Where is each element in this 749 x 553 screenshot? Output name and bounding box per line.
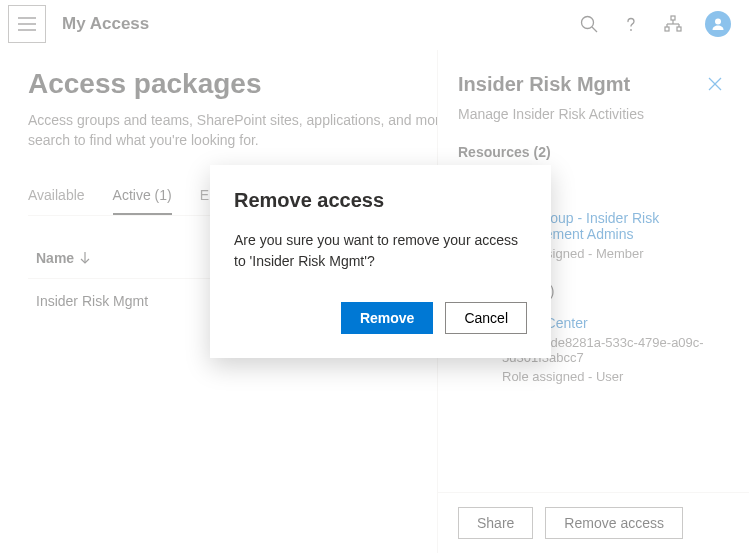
cancel-button[interactable]: Cancel (445, 302, 527, 334)
dialog-actions: Remove Cancel (234, 302, 527, 334)
remove-access-dialog: Remove access Are you sure you want to r… (210, 165, 551, 358)
dialog-body: Are you sure you want to remove your acc… (234, 230, 527, 272)
remove-button[interactable]: Remove (341, 302, 433, 334)
dialog-title: Remove access (234, 189, 527, 212)
